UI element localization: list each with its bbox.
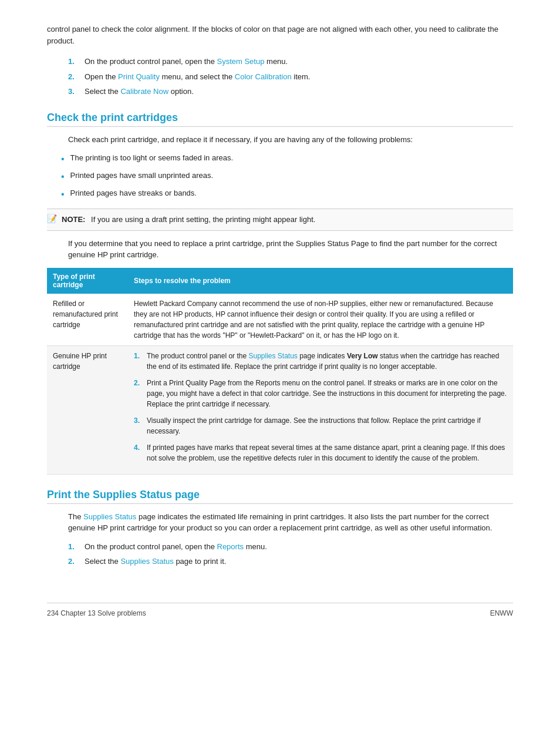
system-setup-link[interactable]: System Setup <box>217 57 265 66</box>
bullet-item-2: Printed pages have small unprinted areas… <box>61 170 513 184</box>
reports-link[interactable]: Reports <box>217 542 244 551</box>
genuine-step-num-1: 1. <box>134 351 147 372</box>
note-text: NOTE: If you are using a draft print set… <box>62 214 315 226</box>
row1-type: Refilled or remanufactured print cartrid… <box>47 294 128 346</box>
col1-header: Type of print cartridge <box>47 268 128 294</box>
footer-left: 234 Chapter 13 Solve problems <box>47 609 146 617</box>
footer-right: ENWW <box>490 609 513 617</box>
supplies-status-link-3[interactable]: Supplies Status <box>120 557 173 566</box>
genuine-step-num-4: 4. <box>134 442 147 463</box>
genuine-step-num-2: 2. <box>134 378 147 409</box>
replace-text: If you determine that you need to replac… <box>68 238 513 261</box>
color-calibration-link[interactable]: Color Calibration <box>235 72 292 81</box>
calibration-step-2: 2. Open the Print Quality menu, and sele… <box>68 71 513 83</box>
genuine-step-num-3: 3. <box>134 415 147 436</box>
print-quality-link[interactable]: Print Quality <box>118 72 160 81</box>
step-2-text: Open the Print Quality menu, and select … <box>85 71 310 83</box>
section2-step-2-text: Select the Supplies Status page to print… <box>85 556 226 567</box>
intro-paragraph: control panel to check the color alignme… <box>47 23 513 46</box>
genuine-step-1: 1. The product control panel or the Supp… <box>134 351 507 372</box>
section2-intro: The Supplies Status page indicates the e… <box>68 511 513 534</box>
note-box: 📝 NOTE: If you are using a draft print s… <box>47 209 513 231</box>
section2-step-2: 2. Select the Supplies Status page to pr… <box>68 556 513 567</box>
row2-steps: 1. The product control panel or the Supp… <box>128 345 513 474</box>
calibration-step-3: 3. Select the Calibrate Now option. <box>68 86 513 98</box>
genuine-step-3-text: Visually inspect the print cartridge for… <box>147 415 507 436</box>
section2-step-1: 1. On the product control panel, open th… <box>68 541 513 553</box>
bullet-list: The printing is too light or seems faded… <box>61 152 513 201</box>
cartridge-table: Type of print cartridge Steps to resolve… <box>47 268 513 475</box>
table-header-row: Type of print cartridge Steps to resolve… <box>47 268 513 294</box>
step-3-text: Select the Calibrate Now option. <box>85 86 194 98</box>
section2-step-num-2: 2. <box>68 556 85 567</box>
table-row-1: Refilled or remanufactured print cartrid… <box>47 294 513 346</box>
section2-step-num-1: 1. <box>68 541 85 553</box>
row1-steps: Hewlett Packard Company cannot recommend… <box>128 294 513 346</box>
genuine-step-3: 3. Visually inspect the print cartridge … <box>134 415 507 436</box>
supplies-status-link-2[interactable]: Supplies Status <box>83 512 136 521</box>
section2-heading: Print the Supplies Status page <box>47 489 513 504</box>
section2-intro-before: The <box>68 512 83 521</box>
calibration-step-1: 1. On the product control panel, open th… <box>68 56 513 68</box>
bullet-text-2: Printed pages have small unprinted areas… <box>70 170 214 182</box>
footer: 234 Chapter 13 Solve problems ENWW <box>47 603 513 617</box>
bullet-text-3: Printed pages have streaks or bands. <box>70 187 197 199</box>
genuine-step-2: 2. Print a Print Quality Page from the R… <box>134 378 507 409</box>
page: control panel to check the color alignme… <box>0 0 560 641</box>
section1-intro: Check each print cartridge, and replace … <box>68 134 513 146</box>
bullet-item-1: The printing is too light or seems faded… <box>61 152 513 166</box>
genuine-step-2-text: Print a Print Quality Page from the Repo… <box>147 378 507 409</box>
step-num-1: 1. <box>68 56 85 68</box>
genuine-step-1-text: The product control panel or the Supplie… <box>147 351 507 372</box>
col2-header: Steps to resolve the problem <box>128 268 513 294</box>
genuine-hp-steps: 1. The product control panel or the Supp… <box>134 351 507 463</box>
note-label: NOTE: <box>62 215 85 224</box>
genuine-step-4: 4. If printed pages have marks that repe… <box>134 442 507 463</box>
step-num-2: 2. <box>68 71 85 83</box>
step-1-text: On the product control panel, open the S… <box>85 56 288 68</box>
section1-heading: Check the print cartridges <box>47 112 513 127</box>
row2-type: Genuine HP print cartridge <box>47 345 128 474</box>
bullet-item-3: Printed pages have streaks or bands. <box>61 187 513 201</box>
calibration-steps: 1. On the product control panel, open th… <box>68 56 513 98</box>
step-num-3: 3. <box>68 86 85 98</box>
section2-step-1-text: On the product control panel, open the R… <box>85 541 267 553</box>
note-icon: 📝 <box>47 214 57 223</box>
genuine-step-4-text: If printed pages have marks that repeat … <box>147 442 507 463</box>
bullet-text-1: The printing is too light or seems faded… <box>70 152 233 164</box>
note-content: If you are using a draft print setting, … <box>91 215 315 224</box>
calibrate-now-link[interactable]: Calibrate Now <box>120 87 168 96</box>
supplies-status-link-1[interactable]: Supplies Status <box>248 352 297 360</box>
section2-steps: 1. On the product control panel, open th… <box>68 541 513 567</box>
table-row-2: Genuine HP print cartridge 1. The produc… <box>47 345 513 474</box>
